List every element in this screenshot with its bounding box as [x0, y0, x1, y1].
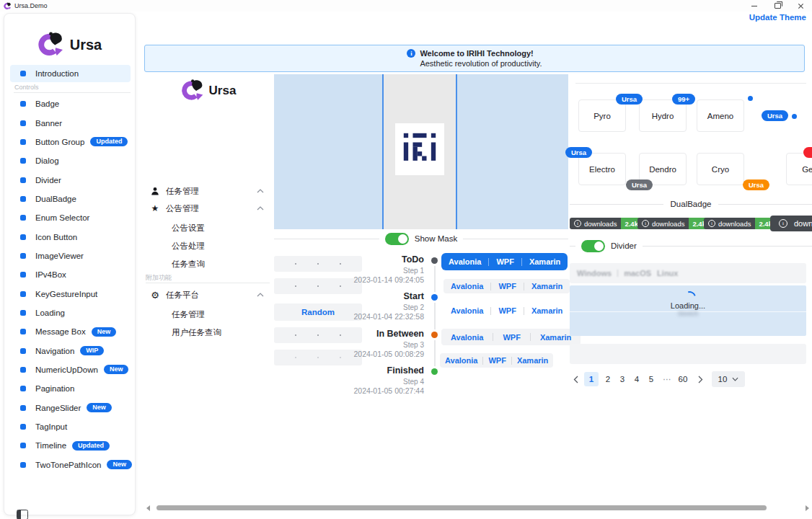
prev-page-button[interactable] [568, 372, 583, 386]
close-icon [798, 3, 804, 9]
menu-item-task-platform[interactable]: ⚙ 任务平台 [144, 288, 273, 301]
sidebar-item-icon-button[interactable]: Icon Button [10, 227, 133, 246]
menu-item-task-management[interactable]: 任务管理 [144, 185, 273, 198]
sidebar-item-ipv4box[interactable]: IPv4Box [10, 265, 133, 284]
bullet-icon [20, 71, 26, 76]
timeline-time: 2024-01-05 00:08:29 [328, 350, 424, 359]
sidebar-item-twotonepathicon[interactable]: TwoTonePathIconNew [10, 456, 133, 474]
maximize-button[interactable] [766, 0, 789, 12]
sidebar-item-button-group[interactable]: Button GroupUpdated [10, 133, 133, 151]
avalonia-button[interactable]: Avalonia [443, 279, 490, 293]
chevron-up-icon [257, 206, 264, 210]
timeline-title: Finished [328, 365, 424, 376]
wpf-button[interactable]: WPF [489, 253, 521, 270]
info-icon: i [779, 219, 787, 228]
status-badge: WIP [80, 346, 104, 355]
loading-text: Loading... [570, 301, 806, 310]
bullet-icon [20, 291, 26, 297]
sidebar-item-introduction[interactable]: Introduction [10, 65, 131, 82]
page-button-4[interactable]: 4 [630, 372, 644, 386]
divider-toggle[interactable] [581, 240, 605, 252]
minimize-icon [751, 6, 757, 6]
sidebar-item-timeline[interactable]: TimelineUpdated [10, 436, 133, 455]
avalonia-button[interactable]: Avalonia [440, 353, 482, 368]
sidebar-item-numericupdown[interactable]: NumericUpDownNew [10, 360, 133, 379]
wpf-button[interactable]: WPF [493, 329, 529, 345]
sidebar-item-imageviewer[interactable]: ImageViewer [10, 247, 133, 265]
sidebar-collapse-button[interactable] [17, 510, 28, 519]
ursa-badge: Ursa [565, 147, 592, 158]
wpf-button[interactable]: WPF [491, 303, 523, 318]
banner-subtitle: Aesthetic revolution of productivity. [420, 58, 542, 68]
dualbadge-downloads: idownloads 2.4k [570, 218, 642, 229]
horizontal-scrollbar-thumb[interactable] [156, 505, 767, 510]
timeline-title: ToDo [328, 254, 424, 265]
sidebar-item-navigation[interactable]: NavigationWIP [10, 341, 133, 360]
bullet-icon [20, 101, 26, 107]
divider-demo: Divider [570, 239, 812, 252]
wpf-button[interactable]: WPF [483, 353, 511, 368]
menu-logo: Ursa [144, 79, 273, 102]
page-button-2[interactable]: 2 [601, 372, 615, 386]
xamarin-button[interactable]: Xamarin [522, 253, 568, 270]
scroll-right-arrow[interactable] [806, 505, 809, 511]
timeline-dot-start [431, 294, 438, 301]
minimize-button[interactable] [743, 0, 766, 12]
menu-item-announcement-management[interactable]: ★ 公告管理 [144, 202, 273, 215]
timeline-title: In Between [328, 329, 424, 339]
page-ellipsis[interactable]: ⋯ [660, 372, 674, 386]
avalonia-button[interactable]: Avalonia [443, 303, 490, 318]
xamarin-button[interactable]: Xamarin [524, 279, 570, 293]
sidebar-item-dualbadge[interactable]: DualBadge [10, 190, 133, 208]
sidebar-item-pagination[interactable]: Pagination [10, 379, 133, 398]
sidebar-logo-text: Ursa [70, 37, 102, 53]
scroll-left-arrow[interactable] [146, 505, 150, 511]
sidebar-item-keygestureinput[interactable]: KeyGestureInput [10, 284, 133, 303]
bullet-icon [20, 367, 26, 373]
sidebar-item-rangeslider[interactable]: RangeSliderNew [10, 399, 133, 417]
sidebar-item-dialog[interactable]: Dialog [10, 151, 133, 170]
sidebar-item-enum-selector[interactable]: Enum Selector [10, 208, 133, 227]
page-size-select[interactable]: 10 [712, 371, 745, 387]
timeline-title: Start [328, 291, 424, 301]
page-button-1[interactable]: 1 [584, 372, 599, 386]
avalonia-button[interactable]: Avalonia [441, 253, 488, 270]
update-theme-button[interactable]: Update Theme [749, 13, 806, 22]
status-badge: New [92, 327, 117, 337]
page-button-5[interactable]: 5 [644, 372, 658, 386]
disabled-button-group: Windows macOS Linux [570, 263, 806, 283]
page-button-60[interactable]: 60 [676, 372, 690, 386]
loading-container: Stretch Loading... [570, 285, 806, 336]
dualbadge-downloads-large: i download [770, 216, 812, 231]
sidebar-item-badge[interactable]: Badge [10, 94, 133, 113]
bullet-icon [20, 310, 26, 316]
xamarin-button[interactable]: Xamarin [524, 303, 570, 318]
sidebar-item-taginput[interactable]: TagInput [10, 417, 133, 436]
bullet-icon [20, 272, 26, 278]
dualbadge-downloads: idownloads 2.4k [637, 218, 710, 229]
ursa-badge-orange: Ursa [743, 179, 769, 190]
timeline-time: 2024-01-05 00:27:44 [328, 386, 424, 396]
section-divider [14, 92, 131, 93]
sidebar-item-banner[interactable]: Banner [10, 113, 133, 132]
status-badge: New [104, 365, 129, 374]
wpf-button[interactable]: WPF [491, 279, 523, 293]
show-mask-toggle[interactable] [385, 233, 409, 245]
next-page-button[interactable] [693, 372, 707, 386]
image-viewer[interactable] [274, 74, 568, 229]
page-button-3[interactable]: 3 [615, 372, 630, 386]
button-group-borderless: Avalonia WPF Xamarin [443, 303, 570, 318]
sidebar-item-message-box[interactable]: Message BoxNew [10, 322, 133, 341]
bullet-icon [20, 348, 26, 354]
close-button[interactable] [789, 0, 812, 12]
bullet-icon [20, 120, 26, 126]
pagination: 1 2 3 4 5 ⋯ 60 10 [570, 371, 812, 389]
xamarin-button[interactable]: Xamarin [512, 353, 553, 368]
sidebar: Ursa Introduction Controls Badge Banner … [4, 13, 136, 515]
sidebar-item-loading[interactable]: Loading [10, 303, 133, 322]
avalonia-button[interactable]: Avalonia [441, 329, 493, 345]
bullet-icon [20, 234, 26, 240]
button-group-solid: Avalonia WPF Xamarin [441, 253, 568, 270]
sidebar-item-divider[interactable]: Divider [10, 170, 133, 189]
status-badge: Updated [90, 137, 128, 146]
